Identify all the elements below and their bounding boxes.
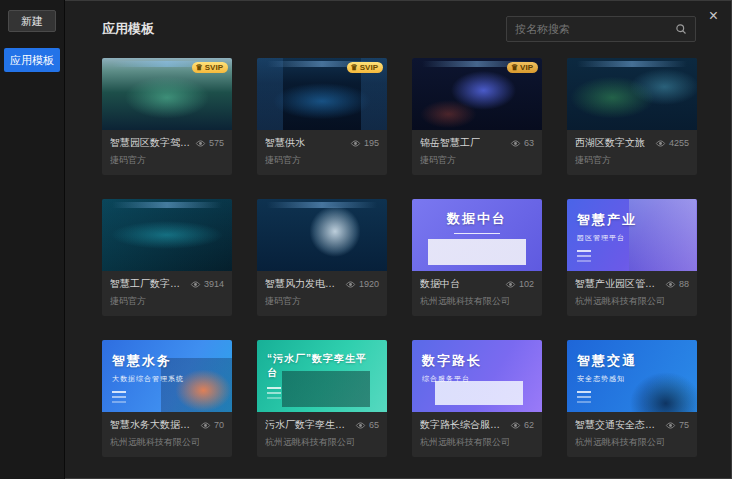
- template-thumbnail[interactable]: [102, 199, 232, 271]
- template-card[interactable]: 数字路长 综合服务平台 数字路长综合服务平台 62 杭州远眺科技有限公司: [412, 340, 542, 457]
- card-info: 智慧供水 195 捷码官方: [257, 130, 387, 175]
- eye-icon: [200, 422, 211, 429]
- vip-badge: ♛VIP: [507, 62, 538, 73]
- decorative-dashes: [577, 391, 591, 393]
- cover-art: 智慧交通 安全态势感知: [567, 340, 697, 412]
- template-thumbnail[interactable]: 智慧水务 大数据综合管理系统: [102, 340, 232, 412]
- badge-label: VIP: [520, 63, 533, 72]
- view-count: 65: [355, 420, 379, 430]
- main-panel: 应用模板 ♛SVIP 智慧园区数字驾驶舱 575 捷码官方: [66, 0, 732, 479]
- view-count: 88: [665, 279, 689, 289]
- card-info: 锦岳智慧工厂 63 捷码官方: [412, 130, 542, 175]
- crown-icon: ♛: [511, 64, 518, 72]
- template-card[interactable]: 西湖区数字文旅 4255 捷码官方: [567, 58, 697, 175]
- view-count: 102: [505, 279, 534, 289]
- template-author: 杭州远眺科技有限公司: [575, 295, 689, 308]
- template-title: 智慧交通安全态势感知: [575, 418, 661, 432]
- template-thumbnail[interactable]: [257, 199, 387, 271]
- template-title: 智慧产业园区管理平台: [575, 277, 661, 291]
- template-thumbnail[interactable]: 数据中台: [412, 199, 542, 271]
- template-author: 捷码官方: [265, 295, 379, 308]
- template-author: 杭州远眺科技有限公司: [265, 436, 379, 449]
- decorative-dashes: [577, 250, 591, 252]
- template-thumbnail[interactable]: ♛VIP: [412, 58, 542, 130]
- eye-icon: [355, 422, 366, 429]
- template-title: 智慧水务大数据看板: [110, 418, 196, 432]
- template-card[interactable]: ♛SVIP 智慧园区数字驾驶舱 575 捷码官方: [102, 58, 232, 175]
- card-info: 西湖区数字文旅 4255 捷码官方: [567, 130, 697, 175]
- view-count: 4255: [655, 138, 689, 148]
- template-title: 智慧园区数字驾驶舱: [110, 136, 195, 150]
- eye-icon: [655, 140, 666, 147]
- search-box[interactable]: [506, 16, 696, 42]
- cover-title: 智慧交通: [577, 352, 687, 370]
- card-info: 智慧交通安全态势感知 75 杭州远眺科技有限公司: [567, 412, 697, 457]
- template-card[interactable]: ♛SVIP 智慧供水 195 捷码官方: [257, 58, 387, 175]
- cover-subtitle: 大数据综合管理系统: [112, 374, 222, 384]
- template-card[interactable]: 数据中台 数据中台 102 杭州远眺科技有限公司: [412, 199, 542, 316]
- cover-art: 数据中台: [412, 199, 542, 271]
- eye-icon: [350, 140, 361, 147]
- template-grid: ♛SVIP 智慧园区数字驾驶舱 575 捷码官方 ♛SVIP 智慧供水: [102, 58, 696, 457]
- template-title: 数字路长综合服务平台: [420, 418, 506, 432]
- view-count: 1920: [345, 279, 379, 289]
- template-card[interactable]: 智慧风力发电看板 1920 捷码官方: [257, 199, 387, 316]
- cover-subtitle: 综合服务平台: [422, 374, 532, 384]
- view-count: 195: [350, 138, 379, 148]
- card-info: 智慧产业园区管理平台 88 杭州远眺科技有限公司: [567, 271, 697, 316]
- sidebar-item-app-templates[interactable]: 应用模板: [4, 48, 60, 72]
- page-title: 应用模板: [102, 20, 154, 38]
- sidebar: 新建 应用模板: [0, 0, 65, 479]
- template-title: 西湖区数字文旅: [575, 136, 645, 150]
- cover-subtitle: 安全态势感知: [577, 374, 687, 384]
- cover-art: 数字路长 综合服务平台: [412, 340, 542, 412]
- cover-title: “污水厂”数字孪生平台: [267, 352, 377, 380]
- template-title: 数据中台: [420, 277, 460, 291]
- template-thumbnail[interactable]: 数字路长 综合服务平台: [412, 340, 542, 412]
- view-count: 3914: [190, 279, 224, 289]
- template-author: 捷码官方: [575, 154, 689, 167]
- template-thumbnail[interactable]: [567, 58, 697, 130]
- svip-badge: ♛SVIP: [347, 62, 383, 73]
- card-info: 智慧水务大数据看板 70 杭州远眺科技有限公司: [102, 412, 232, 457]
- template-card[interactable]: “污水厂”数字孪生平台 污水厂数字孪生平台 65 杭州远眺科技有限公司: [257, 340, 387, 457]
- app-templates-modal: 新建 应用模板 × 应用模板 ♛SVIP 智慧园区数字驾驶舱 575: [0, 0, 732, 479]
- template-card[interactable]: 智慧工厂数字看板 3914 捷码官方: [102, 199, 232, 316]
- template-title: 污水厂数字孪生平台: [265, 418, 351, 432]
- template-author: 杭州远眺科技有限公司: [420, 295, 534, 308]
- eye-icon: [510, 422, 521, 429]
- eye-icon: [195, 140, 206, 147]
- main-header: 应用模板: [102, 16, 696, 42]
- eye-icon: [505, 281, 516, 288]
- template-title: 智慧工厂数字看板: [110, 277, 190, 291]
- search-input[interactable]: [515, 23, 675, 35]
- template-card[interactable]: ♛VIP 锦岳智慧工厂 63 捷码官方: [412, 58, 542, 175]
- eye-icon: [345, 281, 356, 288]
- search-icon[interactable]: [675, 23, 687, 35]
- cover-subtitle: 园区管理平台: [577, 233, 687, 243]
- new-button[interactable]: 新建: [8, 10, 56, 32]
- template-thumbnail[interactable]: “污水厂”数字孪生平台: [257, 340, 387, 412]
- cover-art: 智慧产业 园区管理平台: [567, 199, 697, 271]
- decorative-line: [454, 233, 500, 234]
- template-author: 杭州远眺科技有限公司: [110, 436, 224, 449]
- cover-title: 数字路长: [422, 352, 532, 370]
- template-title: 智慧供水: [265, 136, 305, 150]
- decorative-dashes: [267, 387, 281, 389]
- template-thumbnail[interactable]: ♛SVIP: [102, 58, 232, 130]
- template-card[interactable]: 智慧产业 园区管理平台 智慧产业园区管理平台 88 杭州远眺科技有限公司: [567, 199, 697, 316]
- card-info: 污水厂数字孪生平台 65 杭州远眺科技有限公司: [257, 412, 387, 457]
- template-card[interactable]: 智慧水务 大数据综合管理系统 智慧水务大数据看板 70 杭州远眺科技有限公司: [102, 340, 232, 457]
- card-info: 智慧工厂数字看板 3914 捷码官方: [102, 271, 232, 316]
- cover-art: 智慧水务 大数据综合管理系统: [102, 340, 232, 412]
- template-author: 捷码官方: [110, 295, 224, 308]
- template-card[interactable]: 智慧交通 安全态势感知 智慧交通安全态势感知 75 杭州远眺科技有限公司: [567, 340, 697, 457]
- template-thumbnail[interactable]: ♛SVIP: [257, 58, 387, 130]
- template-title: 锦岳智慧工厂: [420, 136, 480, 150]
- template-thumbnail[interactable]: 智慧产业 园区管理平台: [567, 199, 697, 271]
- crown-icon: ♛: [196, 64, 203, 72]
- card-info: 数字路长综合服务平台 62 杭州远眺科技有限公司: [412, 412, 542, 457]
- view-count: 75: [665, 420, 689, 430]
- template-thumbnail[interactable]: 智慧交通 安全态势感知: [567, 340, 697, 412]
- template-author: 捷码官方: [420, 154, 534, 167]
